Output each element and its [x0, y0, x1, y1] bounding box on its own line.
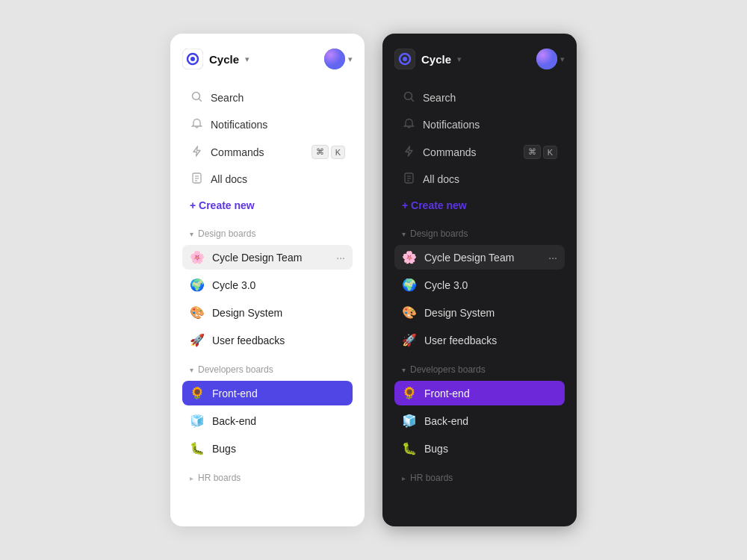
- board-backend-light[interactable]: 🧊 Back-end: [182, 408, 353, 433]
- cycle-logo-light: [182, 49, 203, 69]
- board-dots-0-light[interactable]: ···: [336, 252, 345, 264]
- app-name-dark: Cycle: [421, 53, 451, 66]
- board-emoji-bugs-light: 🐛: [190, 441, 205, 455]
- create-new-label-light: + Create new: [190, 199, 255, 211]
- section-label-dev-light: Developers boards: [198, 364, 273, 375]
- section-dev-boards-dark[interactable]: ▾ Developers boards: [394, 355, 565, 378]
- svg-line-5: [199, 99, 201, 102]
- board-label-fe-light: Front-end: [212, 388, 345, 399]
- nav-notifications-dark[interactable]: Notifications: [394, 113, 565, 137]
- board-cycle-design-team-light[interactable]: 🌸 Cycle Design Team ···: [182, 245, 353, 270]
- header-light: Cycle ▾ ▾: [182, 49, 353, 69]
- board-label-3-light: User feedbacks: [212, 335, 345, 346]
- board-emoji-be-dark: 🧊: [402, 414, 417, 428]
- board-label-2-light: Design System: [212, 307, 345, 319]
- bell-icon-dark: [402, 118, 415, 131]
- avatar-light: [324, 49, 345, 69]
- board-emoji-fe-dark: 🌻: [402, 386, 417, 400]
- section-design-boards-dark[interactable]: ▾ Design boards: [394, 220, 565, 242]
- create-new-label-dark: + Create new: [402, 199, 467, 211]
- avatar-wrapper-light[interactable]: ▾: [324, 49, 353, 69]
- app-brand-light[interactable]: Cycle ▾: [182, 49, 249, 69]
- board-cycle-3-dark[interactable]: 🌍 Cycle 3.0: [394, 273, 565, 297]
- sidebar-light: Cycle ▾ ▾ Search: [170, 34, 365, 526]
- commands-shortcut-dark: ⌘ K: [524, 145, 557, 159]
- nav-notifications-label-light: Notifications: [211, 119, 345, 131]
- nav-commands-label-dark: Commands: [423, 146, 516, 158]
- board-emoji-3-dark: 🚀: [402, 333, 417, 347]
- nav-all-docs-label-light: All docs: [211, 173, 345, 185]
- lightning-icon-dark: [402, 146, 415, 159]
- app-chevron-dark[interactable]: ▾: [457, 55, 462, 64]
- nav-all-docs-dark[interactable]: All docs: [394, 167, 565, 191]
- board-emoji-1-dark: 🌍: [402, 278, 417, 292]
- board-label-2-dark: Design System: [424, 307, 557, 319]
- nav-commands-label-light: Commands: [211, 146, 304, 158]
- section-chevron-hr-dark: ▸: [402, 474, 406, 482]
- section-chevron-design-dark: ▾: [402, 230, 406, 238]
- avatar-chevron-dark[interactable]: ▾: [560, 55, 565, 64]
- docs-icon-light: [190, 172, 203, 186]
- k-key-dark: K: [543, 146, 557, 159]
- svg-point-12: [403, 57, 407, 61]
- section-dev-boards-light[interactable]: ▾ Developers boards: [182, 355, 353, 378]
- board-emoji-3-light: 🚀: [190, 333, 205, 347]
- board-dots-0-dark[interactable]: ···: [548, 252, 557, 264]
- board-bugs-dark[interactable]: 🐛 Bugs: [394, 436, 565, 461]
- nav-search-label-dark: Search: [423, 92, 557, 104]
- nav-commands-dark[interactable]: Commands ⌘ K: [394, 140, 565, 164]
- section-hr-boards-dark[interactable]: ▸ HR boards: [394, 464, 565, 486]
- bell-icon-light: [190, 118, 203, 131]
- commands-shortcut-light: ⌘ K: [311, 145, 345, 159]
- svg-point-2: [190, 57, 195, 61]
- section-label-design-dark: Design boards: [410, 228, 468, 239]
- section-chevron-dev-dark: ▾: [402, 366, 406, 374]
- board-design-system-light[interactable]: 🎨 Design System: [182, 300, 353, 325]
- board-label-1-light: Cycle 3.0: [212, 279, 345, 291]
- board-cycle-3-light[interactable]: 🌍 Cycle 3.0: [182, 273, 353, 297]
- board-emoji-1-light: 🌍: [190, 278, 205, 292]
- nav-commands-light[interactable]: Commands ⌘ K: [182, 140, 353, 164]
- cmd-key-dark: ⌘: [524, 145, 541, 159]
- board-label-fe-dark: Front-end: [424, 388, 557, 399]
- board-emoji-0-dark: 🌸: [402, 250, 417, 264]
- board-user-feedbacks-dark[interactable]: 🚀 User feedbacks: [394, 328, 565, 352]
- board-label-1-dark: Cycle 3.0: [424, 279, 557, 291]
- section-label-dev-dark: Developers boards: [410, 364, 486, 375]
- app-brand-dark[interactable]: Cycle ▾: [394, 49, 462, 69]
- board-frontend-light[interactable]: 🌻 Front-end: [182, 381, 353, 405]
- board-label-0-light: Cycle Design Team: [212, 252, 329, 264]
- board-emoji-2-light: 🎨: [190, 305, 205, 320]
- section-chevron-dev-light: ▾: [190, 366, 193, 374]
- section-label-hr-dark: HR boards: [410, 473, 453, 483]
- board-label-be-light: Back-end: [212, 415, 345, 427]
- board-label-bugs-light: Bugs: [212, 443, 345, 455]
- board-emoji-bugs-dark: 🐛: [402, 441, 417, 455]
- cmd-key-light: ⌘: [311, 145, 329, 159]
- nav-all-docs-light[interactable]: All docs: [182, 167, 353, 191]
- board-design-system-dark[interactable]: 🎨 Design System: [394, 300, 565, 325]
- board-frontend-dark[interactable]: 🌻 Front-end: [394, 381, 565, 405]
- board-label-0-dark: Cycle Design Team: [424, 252, 541, 264]
- avatar-chevron-light[interactable]: ▾: [348, 55, 353, 64]
- board-backend-dark[interactable]: 🧊 Back-end: [394, 408, 565, 433]
- nav-search-dark[interactable]: Search: [394, 86, 565, 110]
- board-emoji-0-light: 🌸: [190, 250, 205, 264]
- nav-notifications-light[interactable]: Notifications: [182, 113, 353, 137]
- create-new-light[interactable]: + Create new: [182, 194, 353, 217]
- board-emoji-be-light: 🧊: [190, 414, 205, 428]
- avatar-wrapper-dark[interactable]: ▾: [536, 49, 565, 69]
- create-new-dark[interactable]: + Create new: [394, 194, 565, 217]
- svg-point-13: [536, 49, 557, 69]
- board-cycle-design-team-dark[interactable]: 🌸 Cycle Design Team ···: [394, 245, 565, 270]
- app-name-light: Cycle: [209, 53, 239, 66]
- section-hr-boards-light[interactable]: ▸ HR boards: [182, 464, 353, 486]
- board-bugs-light[interactable]: 🐛 Bugs: [182, 436, 353, 461]
- section-chevron-design-light: ▾: [190, 230, 193, 238]
- app-chevron-light[interactable]: ▾: [245, 55, 249, 64]
- nav-search-light[interactable]: Search: [182, 86, 353, 110]
- board-emoji-2-dark: 🎨: [402, 305, 417, 320]
- section-design-boards-light[interactable]: ▾ Design boards: [182, 220, 353, 242]
- docs-icon-dark: [402, 172, 415, 186]
- board-user-feedbacks-light[interactable]: 🚀 User feedbacks: [182, 328, 353, 352]
